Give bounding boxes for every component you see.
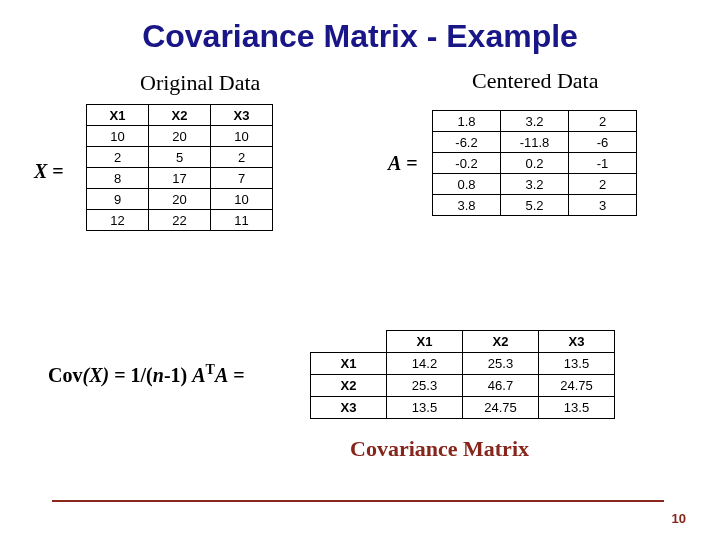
x-matrix-symbol: X xyxy=(34,160,47,182)
original-data-table: X1 X2 X3 10 20 10 2 5 2 8 17 7 9 20 10 1… xyxy=(86,104,273,231)
footer-rule xyxy=(52,500,664,502)
table-row: 8 17 7 xyxy=(87,168,273,189)
table-row: -6.2 -11.8 -6 xyxy=(433,132,637,153)
equals-text: = xyxy=(52,160,63,182)
centered-data-heading: Centered Data xyxy=(472,68,598,94)
covariance-matrix-table: X1 X2 X3 X1 14.2 25.3 13.5 X2 25.3 46.7 … xyxy=(310,330,615,419)
table-row: 12 22 11 xyxy=(87,210,273,231)
table-row: X2 25.3 46.7 24.75 xyxy=(311,375,615,397)
page-number: 10 xyxy=(672,511,686,526)
a-matrix-symbol: A xyxy=(388,152,401,174)
slide: Covariance Matrix - Example Original Dat… xyxy=(0,0,720,540)
equals-text-2: = xyxy=(406,152,417,174)
original-data-heading: Original Data xyxy=(140,70,260,96)
row-header: X3 xyxy=(311,397,387,419)
col-header: X1 xyxy=(387,331,463,353)
col-header: X3 xyxy=(211,105,273,126)
col-header: X3 xyxy=(539,331,615,353)
covariance-formula: Cov(X) = 1/(n-1) ATA = xyxy=(48,362,245,387)
table-row: 10 20 10 xyxy=(87,126,273,147)
covariance-matrix-label: Covariance Matrix xyxy=(350,436,529,462)
table-row: 1.8 3.2 2 xyxy=(433,111,637,132)
a-matrix-label: A = xyxy=(388,152,418,175)
col-header: X2 xyxy=(149,105,211,126)
page-title: Covariance Matrix - Example xyxy=(0,18,720,55)
table-row: 9 20 10 xyxy=(87,189,273,210)
table-row: 0.8 3.2 2 xyxy=(433,174,637,195)
centered-data-table: 1.8 3.2 2 -6.2 -11.8 -6 -0.2 0.2 -1 0.8 … xyxy=(432,110,637,216)
x-matrix-label: X = xyxy=(34,160,64,183)
row-header: X2 xyxy=(311,375,387,397)
col-header: X2 xyxy=(463,331,539,353)
corner-cell xyxy=(311,331,387,353)
table-row: -0.2 0.2 -1 xyxy=(433,153,637,174)
table-row: X3 13.5 24.75 13.5 xyxy=(311,397,615,419)
table-row: 2 5 2 xyxy=(87,147,273,168)
table-row: 3.8 5.2 3 xyxy=(433,195,637,216)
col-header: X1 xyxy=(87,105,149,126)
row-header: X1 xyxy=(311,353,387,375)
table-row: X1 14.2 25.3 13.5 xyxy=(311,353,615,375)
